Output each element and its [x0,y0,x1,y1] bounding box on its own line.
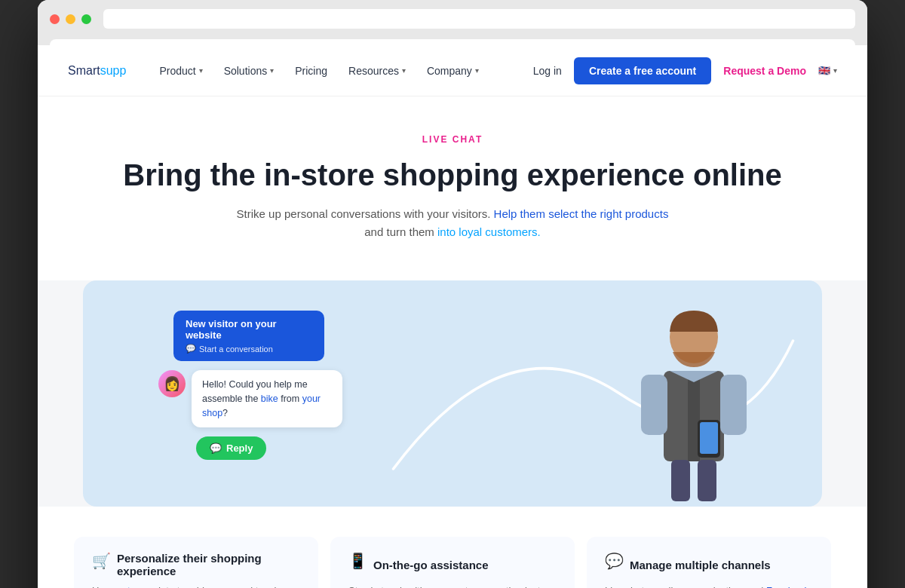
nav-item-product[interactable]: Product ▾ [150,59,211,83]
chat-ui: New visitor on your website 💬 Start a co… [173,311,342,460]
feature-desc-multichannel: Live chat, email communication, and Face… [605,583,813,588]
feature-card-personalize: 🛒 Personalize their shopping experience … [74,537,318,588]
svg-rect-3 [641,375,667,435]
person-illustration [611,288,777,507]
feature-card-multichannel: 💬 Manage multiple channels Live chat, em… [587,537,831,588]
feature-title-multichannel: 💬 Manage multiple channels [605,552,813,577]
login-button[interactable]: Log in [533,65,562,77]
notification-subtitle: 💬 Start a conversation [186,344,312,354]
svg-rect-8 [698,460,716,501]
navbar: Smartsupp Product ▾ Solutions ▾ Pricing … [38,45,867,96]
chat-notification: New visitor on your website 💬 Start a co… [173,311,324,361]
feature-desc-on-the-go: Stay in touch with your customers – than… [348,583,557,588]
features-section: 🛒 Personalize their shopping experience … [38,507,867,588]
nav-item-resources[interactable]: Resources ▾ [339,59,415,83]
chevron-down-icon: ▾ [833,66,837,75]
hero-subtitle: Strike up personal conversations with yo… [226,205,679,241]
hero-label: LIVE CHAT [68,134,837,145]
chevron-down-icon: ▾ [402,66,406,75]
browser-window: Smartsupp Product ▾ Solutions ▾ Pricing … [38,0,867,588]
nav-actions: Log in Create a free account Request a D… [533,57,837,84]
hero-title: Bring the in-store shopping experience o… [68,157,837,193]
feature-card-on-the-go: 📱 On-the-go assistance Stay in touch wit… [330,537,575,588]
request-demo-button[interactable]: Request a Demo [723,65,806,77]
logo-supp: supp [100,64,127,78]
chevron-down-icon: ▾ [475,66,479,75]
person-svg [618,296,769,507]
logo[interactable]: Smartsupp [68,64,126,78]
chat-icon: 💬 [605,552,624,570]
create-account-button[interactable]: Create a free account [574,57,711,84]
maximize-icon[interactable] [81,14,91,24]
shopping-cart-icon: 🛒 [92,552,111,570]
close-icon[interactable] [50,14,60,24]
address-bar[interactable] [103,9,855,29]
svg-rect-7 [671,460,690,501]
nav-item-company[interactable]: Company ▾ [418,59,488,83]
browser-chrome [38,0,867,45]
nav-links: Product ▾ Solutions ▾ Pricing Resources … [150,59,532,83]
hero-card: New visitor on your website 💬 Start a co… [83,280,822,507]
notification-title: New visitor on your website [186,318,312,341]
hero-section: LIVE CHAT Bring the in-store shopping ex… [38,96,867,280]
feature-title-on-the-go: 📱 On-the-go assistance [348,552,557,577]
language-selector[interactable]: 🇬🇧 ▾ [818,65,837,76]
chat-bubble: Hello! Could you help me assemble the bi… [192,370,342,427]
chat-bubble-container: 👩 Hello! Could you help me assemble the … [158,370,342,427]
feature-desc-personalize: Use customer data to add a personal touc… [92,583,300,588]
logo-smart: Smart [68,64,100,78]
minimize-icon[interactable] [66,14,75,24]
browser-tab-bar [50,39,855,45]
svg-rect-4 [720,375,747,435]
svg-rect-6 [700,422,718,454]
feature-title-personalize: 🛒 Personalize their shopping experience [92,552,300,577]
nav-item-solutions[interactable]: Solutions ▾ [215,59,284,83]
chevron-down-icon: ▾ [199,66,203,75]
reply-button[interactable]: 💬 Reply [196,436,266,460]
avatar: 👩 [158,370,186,397]
page-content: Smartsupp Product ▾ Solutions ▾ Pricing … [38,45,867,588]
chevron-down-icon: ▾ [270,66,274,75]
nav-item-pricing[interactable]: Pricing [286,59,336,83]
mobile-icon: 📱 [348,552,367,570]
browser-controls [50,9,855,29]
